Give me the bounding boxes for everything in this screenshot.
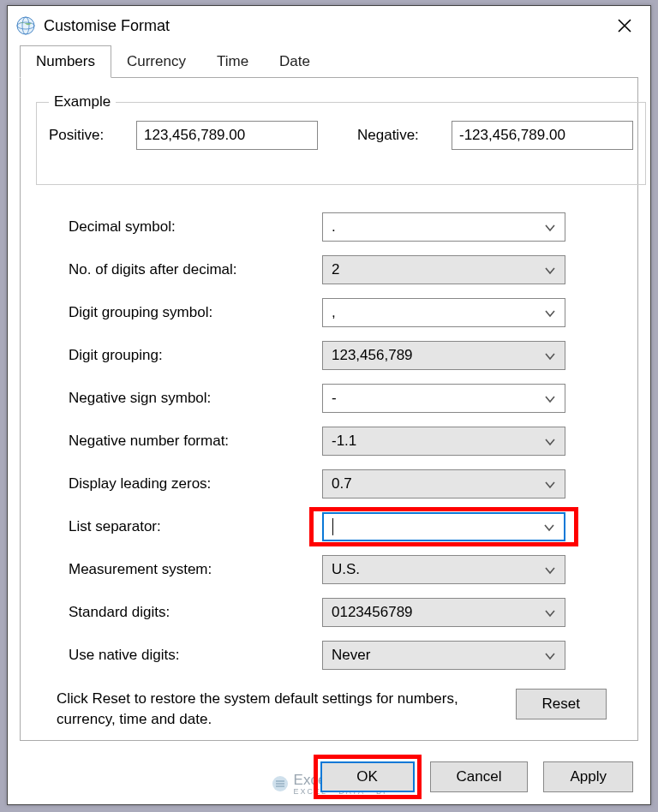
svg-point-0 bbox=[17, 17, 34, 34]
decimal-symbol-value: . bbox=[332, 218, 336, 236]
neg-format-value: -1.1 bbox=[332, 433, 356, 450]
neg-sign-combobox[interactable]: - bbox=[322, 384, 565, 413]
ok-button[interactable]: OK bbox=[320, 761, 415, 792]
chevron-down-icon bbox=[544, 564, 556, 576]
customise-format-dialog: Customise Format Numbers Currency Time D… bbox=[7, 5, 651, 805]
close-icon bbox=[617, 18, 632, 33]
chevron-down-icon bbox=[544, 349, 556, 361]
chevron-down-icon bbox=[544, 435, 556, 447]
chevron-down-icon bbox=[544, 392, 556, 404]
positive-label: Positive: bbox=[49, 127, 124, 144]
tab-currency[interactable]: Currency bbox=[111, 45, 201, 78]
cancel-button[interactable]: Cancel bbox=[430, 761, 529, 792]
dialog-buttons: OK Cancel Apply bbox=[320, 761, 633, 792]
tab-date[interactable]: Date bbox=[264, 45, 326, 78]
group-symbol-value: , bbox=[332, 304, 336, 321]
neg-format-label: Negative number format: bbox=[69, 433, 322, 450]
digits-after-value: 2 bbox=[332, 261, 339, 278]
close-button[interactable] bbox=[607, 9, 642, 43]
example-group: Example Positive: 123,456,789.00 Negativ… bbox=[36, 93, 646, 185]
grouping-label: Digit grouping: bbox=[69, 347, 322, 364]
standard-digits-combobox[interactable]: 0123456789 bbox=[322, 598, 565, 627]
leading-zeros-value: 0.7 bbox=[332, 475, 352, 493]
grouping-combobox[interactable]: 123,456,789 bbox=[322, 341, 565, 370]
chevron-down-icon bbox=[544, 606, 556, 618]
reset-button[interactable]: Reset bbox=[516, 689, 607, 719]
standard-digits-value: 0123456789 bbox=[332, 604, 413, 621]
reset-description: Click Reset to restore the system defaul… bbox=[57, 689, 500, 730]
negative-example-field: -123,456,789.00 bbox=[452, 121, 633, 150]
measurement-value: U.S. bbox=[332, 561, 360, 578]
neg-sign-label: Negative sign symbol: bbox=[69, 390, 322, 407]
leading-zeros-combobox[interactable]: 0.7 bbox=[322, 469, 565, 499]
native-digits-label: Use native digits: bbox=[69, 647, 322, 664]
decimal-symbol-label: Decimal symbol: bbox=[69, 218, 322, 236]
tab-numbers[interactable]: Numbers bbox=[20, 45, 111, 78]
negative-label: Negative: bbox=[357, 127, 440, 144]
digits-after-combobox[interactable]: 2 bbox=[322, 255, 565, 284]
chevron-down-icon bbox=[544, 478, 556, 490]
watermark-logo-icon bbox=[272, 775, 289, 792]
tab-time[interactable]: Time bbox=[201, 45, 264, 78]
list-separator-combobox[interactable]: | bbox=[322, 512, 565, 541]
window-title: Customise Format bbox=[44, 17, 607, 35]
native-digits-combobox[interactable]: Never bbox=[322, 641, 565, 670]
standard-digits-label: Standard digits: bbox=[69, 604, 322, 621]
chevron-down-icon bbox=[544, 307, 556, 319]
tab-strip: Numbers Currency Time Date bbox=[20, 45, 638, 78]
neg-sign-value: - bbox=[332, 390, 337, 407]
chevron-down-icon bbox=[544, 649, 556, 661]
leading-zeros-label: Display leading zeros: bbox=[69, 475, 322, 493]
decimal-symbol-combobox[interactable]: . bbox=[322, 212, 565, 242]
title-bar: Customise Format bbox=[8, 6, 650, 45]
grouping-value: 123,456,789 bbox=[332, 347, 413, 364]
measurement-combobox[interactable]: U.S. bbox=[322, 555, 565, 584]
chevron-down-icon bbox=[544, 264, 556, 276]
apply-button[interactable]: Apply bbox=[543, 761, 633, 792]
measurement-label: Measurement system: bbox=[69, 561, 322, 578]
chevron-down-icon bbox=[543, 521, 555, 533]
neg-format-combobox[interactable]: -1.1 bbox=[322, 427, 565, 456]
positive-example-field: 123,456,789.00 bbox=[136, 121, 318, 150]
svg-point-3 bbox=[272, 776, 288, 791]
native-digits-value: Never bbox=[332, 647, 370, 664]
tab-panel-numbers: Example Positive: 123,456,789.00 Negativ… bbox=[20, 78, 638, 741]
list-separator-label: List separator: bbox=[69, 518, 322, 535]
group-symbol-label: Digit grouping symbol: bbox=[69, 304, 322, 321]
chevron-down-icon bbox=[544, 221, 556, 233]
globe-icon bbox=[16, 16, 35, 35]
group-symbol-combobox[interactable]: , bbox=[322, 298, 565, 327]
digits-after-label: No. of digits after decimal: bbox=[69, 261, 322, 278]
example-legend: Example bbox=[49, 93, 116, 110]
